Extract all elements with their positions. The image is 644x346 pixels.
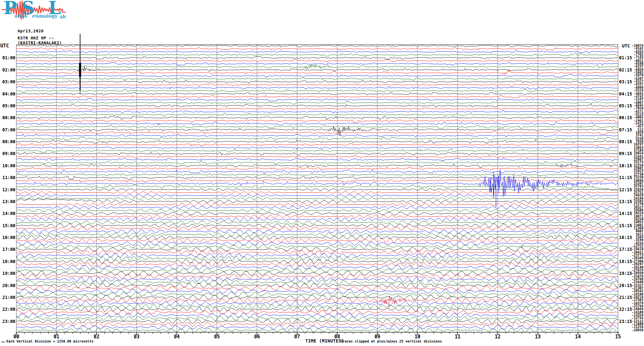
svg-text:18:00: 18:00 — [2, 259, 15, 264]
svg-text:21:15: 21:15 — [619, 295, 632, 300]
svg-text:08:15: 08:15 — [619, 139, 632, 144]
seismic-trace — [16, 113, 618, 116]
svg-text:00: 00 — [13, 334, 19, 340]
seismic-trace — [16, 176, 618, 179]
svg-text:02:00: 02:00 — [2, 67, 15, 72]
seismic-trace — [16, 170, 618, 174]
svg-text:20:15: 20:15 — [619, 283, 632, 288]
svg-text:11: 11 — [455, 334, 460, 340]
svg-text:15: 15 — [615, 334, 621, 340]
seismic-trace — [16, 155, 618, 158]
seismic-trace — [16, 134, 618, 137]
svg-text:14:15: 14:15 — [619, 211, 632, 216]
seismic-trace — [16, 221, 618, 225]
svg-text:07: 07 — [294, 334, 300, 340]
seismic-trace — [16, 241, 618, 246]
svg-text:22:00: 22:00 — [2, 307, 15, 312]
seismic-trace — [16, 54, 618, 56]
seismic-trace — [16, 78, 618, 80]
seismic-trace — [16, 140, 618, 143]
clip-note: Traces clipped at plus/minus 25 vertical… — [341, 339, 442, 343]
seismic-trace — [16, 194, 618, 197]
svg-text:15:15: 15:15 — [619, 223, 632, 228]
svg-text:09: 09 — [375, 334, 380, 340]
svg-text:UTC: UTC — [0, 43, 9, 49]
seismic-trace — [16, 45, 618, 47]
svg-text:13:15: 13:15 — [619, 199, 632, 204]
seismic-trace — [16, 289, 618, 294]
svg-text:18:15: 18:15 — [619, 259, 632, 264]
seismic-trace — [16, 238, 618, 243]
svg-text:14: 14 — [575, 334, 581, 340]
x-axis-title: TIME (MINUTES) — [305, 338, 344, 343]
seismic-trace — [16, 116, 618, 119]
seismic-trace — [16, 223, 618, 227]
seismic-trace — [16, 276, 618, 282]
seismic-trace — [16, 233, 618, 237]
seismic-trace — [16, 131, 618, 134]
seismic-trace — [16, 89, 618, 92]
seismic-trace — [16, 152, 618, 155]
seismic-trace — [16, 268, 618, 273]
seismic-trace — [16, 206, 618, 209]
seismic-trace — [16, 119, 618, 122]
svg-text:12:00: 12:00 — [2, 187, 15, 192]
svg-text:09:00: 09:00 — [2, 151, 15, 156]
seismic-trace — [16, 209, 618, 212]
seismic-trace — [16, 137, 618, 140]
seismic-trace — [16, 274, 618, 279]
seismic-trace — [16, 215, 618, 218]
helicorder-plot: 00010203040506070809101112131415-10074UT… — [0, 0, 644, 346]
seismic-trace — [16, 189, 618, 191]
seismic-trace — [16, 104, 618, 107]
svg-text:22:15: 22:15 — [619, 307, 632, 312]
seismic-trace — [16, 163, 618, 167]
seismic-trace — [16, 80, 618, 83]
seismic-trace — [16, 259, 618, 264]
seismic-trace — [16, 60, 618, 62]
svg-text:17:00: 17:00 — [2, 247, 15, 252]
svg-text:-10920: -10920 — [632, 328, 643, 332]
svg-text:10:00: 10:00 — [2, 163, 15, 168]
seismic-trace — [16, 235, 618, 240]
svg-text:04: 04 — [174, 334, 180, 340]
svg-text:03:15: 03:15 — [619, 79, 632, 84]
tiny-logo-mark-icon — [1, 340, 5, 343]
seismic-trace — [16, 253, 618, 258]
seismic-trace — [16, 161, 618, 164]
svg-text:06:15: 06:15 — [619, 115, 632, 120]
seismic-trace — [16, 122, 618, 125]
svg-text:02: 02 — [94, 334, 99, 340]
seismic-trace — [16, 93, 618, 95]
svg-text:05:00: 05:00 — [2, 103, 15, 108]
svg-text:01:15: 01:15 — [619, 55, 632, 60]
svg-text:09:15: 09:15 — [619, 151, 632, 156]
svg-text:07:15: 07:15 — [619, 127, 632, 132]
seismic-trace — [16, 192, 618, 194]
seismic-trace — [16, 173, 618, 177]
svg-text:12: 12 — [495, 334, 500, 340]
svg-text:01: 01 — [54, 334, 59, 340]
seismic-trace — [16, 316, 618, 321]
seismic-trace — [16, 47, 618, 50]
svg-text:23:00: 23:00 — [2, 319, 15, 324]
svg-text:15:00: 15:00 — [2, 223, 15, 228]
svg-text:17:15: 17:15 — [619, 247, 632, 252]
svg-text:07:00: 07:00 — [2, 127, 15, 132]
seismic-trace — [16, 170, 618, 196]
seismic-trace — [16, 102, 618, 104]
helicorder-page: P atras S eismology L ab Apr13,2026 KSTR… — [0, 0, 644, 346]
svg-text:06:00: 06:00 — [2, 115, 15, 120]
seismic-trace — [16, 301, 618, 306]
seismic-trace — [16, 325, 618, 330]
svg-text:01:00: 01:00 — [2, 55, 15, 60]
svg-text:21:00: 21:00 — [2, 295, 15, 300]
seismic-trace — [16, 307, 618, 312]
svg-text:16:00: 16:00 — [2, 235, 15, 240]
seismic-trace — [16, 218, 618, 221]
trace-lines — [16, 34, 618, 333]
svg-text:13: 13 — [535, 334, 541, 340]
seismic-trace — [16, 262, 618, 267]
seismic-trace — [16, 146, 618, 149]
svg-text:10: 10 — [415, 334, 420, 340]
